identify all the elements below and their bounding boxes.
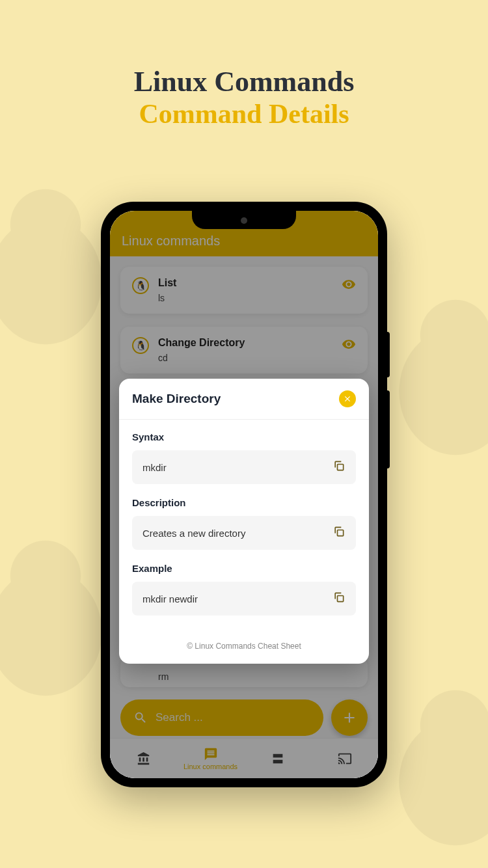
svg-rect-9 [338, 530, 344, 536]
phone-frame: Linux commands 🐧 List ls 🐧 Chan [101, 202, 387, 787]
example-value: mkdir newdir [142, 593, 198, 604]
svg-rect-8 [338, 465, 344, 470]
page-heading: Linux Commands Command Details [0, 0, 488, 129]
description-value: Creates a new directory [142, 528, 245, 539]
section-label-syntax: Syntax [132, 431, 356, 442]
svg-point-3 [420, 300, 488, 370]
phone-button [387, 390, 390, 468]
syntax-value: mkdir [142, 462, 167, 473]
modal-header: Make Directory [119, 379, 369, 420]
screen: Linux commands 🐧 List ls 🐧 Chan [110, 211, 378, 778]
close-icon [343, 394, 352, 403]
copy-button[interactable] [332, 525, 346, 541]
bg-penguin [384, 683, 488, 855]
syntax-box: mkdir [132, 450, 356, 484]
heading-line2: Command Details [0, 98, 488, 129]
example-box: mkdir newdir [132, 582, 356, 616]
copy-button[interactable] [332, 591, 346, 606]
copy-icon [332, 459, 346, 472]
svg-point-1 [10, 189, 81, 260]
bg-penguin [0, 534, 117, 705]
phone-button [387, 332, 390, 377]
copy-button[interactable] [332, 459, 346, 475]
section-label-example: Example [132, 563, 356, 574]
description-box: Creates a new directory [132, 516, 356, 550]
modal-footer: © Linux Commands Cheat Sheet [119, 635, 369, 664]
heading-line1: Linux Commands [0, 65, 488, 98]
modal-body: Syntax mkdir Description Creates a new d… [119, 420, 369, 635]
notch [192, 211, 296, 229]
svg-rect-10 [338, 596, 344, 602]
copy-icon [332, 525, 346, 538]
modal-title: Make Directory [132, 392, 221, 406]
svg-point-7 [420, 690, 488, 761]
command-detail-modal: Make Directory Syntax mkdir Description … [119, 379, 369, 664]
bg-penguin [0, 182, 117, 354]
close-button[interactable] [339, 390, 356, 407]
copy-icon [332, 591, 346, 604]
svg-point-5 [10, 541, 81, 611]
section-label-description: Description [132, 497, 356, 508]
bg-penguin [384, 293, 488, 465]
